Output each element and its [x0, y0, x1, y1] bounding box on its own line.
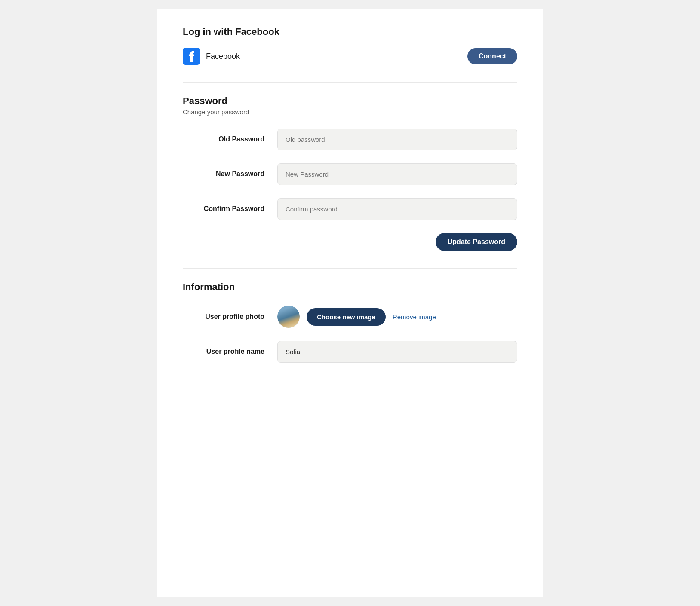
information-section-title: Information: [183, 282, 517, 293]
new-password-label: New Password: [183, 169, 277, 179]
password-section: Password Change your password Old Passwo…: [183, 95, 517, 251]
new-password-input[interactable]: [277, 163, 517, 185]
photo-row: User profile photo Choose new image Remo…: [183, 306, 517, 328]
old-password-input[interactable]: [277, 129, 517, 150]
divider-1: [183, 82, 517, 83]
choose-image-button[interactable]: Choose new image: [307, 308, 386, 326]
photo-controls: Choose new image Remove image: [277, 306, 436, 328]
profile-name-label: User profile name: [183, 347, 277, 356]
confirm-password-label: Confirm Password: [183, 204, 277, 214]
main-container: Log in with Facebook Facebook Connect Pa…: [157, 9, 543, 597]
facebook-icon: [183, 48, 200, 65]
connect-button[interactable]: Connect: [467, 48, 517, 64]
password-subtitle: Change your password: [183, 108, 517, 116]
facebook-row: Facebook Connect: [183, 48, 517, 65]
photo-label: User profile photo: [183, 312, 277, 321]
facebook-section-title: Log in with Facebook: [183, 26, 517, 37]
old-password-label: Old Password: [183, 135, 277, 144]
confirm-password-input[interactable]: [277, 198, 517, 220]
facebook-label: Facebook: [206, 52, 240, 61]
profile-name-input[interactable]: [277, 341, 517, 363]
divider-2: [183, 268, 517, 269]
update-password-button[interactable]: Update Password: [436, 233, 517, 251]
new-password-row: New Password: [183, 163, 517, 185]
facebook-section: Log in with Facebook Facebook Connect: [183, 26, 517, 65]
old-password-row: Old Password: [183, 129, 517, 150]
information-section: Information User profile photo Choose ne…: [183, 282, 517, 363]
confirm-password-row: Confirm Password: [183, 198, 517, 220]
password-section-title: Password: [183, 95, 517, 107]
facebook-left: Facebook: [183, 48, 240, 65]
avatar: [277, 306, 300, 328]
avatar-image: [277, 306, 300, 328]
profile-name-row: User profile name: [183, 341, 517, 363]
remove-image-button[interactable]: Remove image: [393, 313, 436, 321]
